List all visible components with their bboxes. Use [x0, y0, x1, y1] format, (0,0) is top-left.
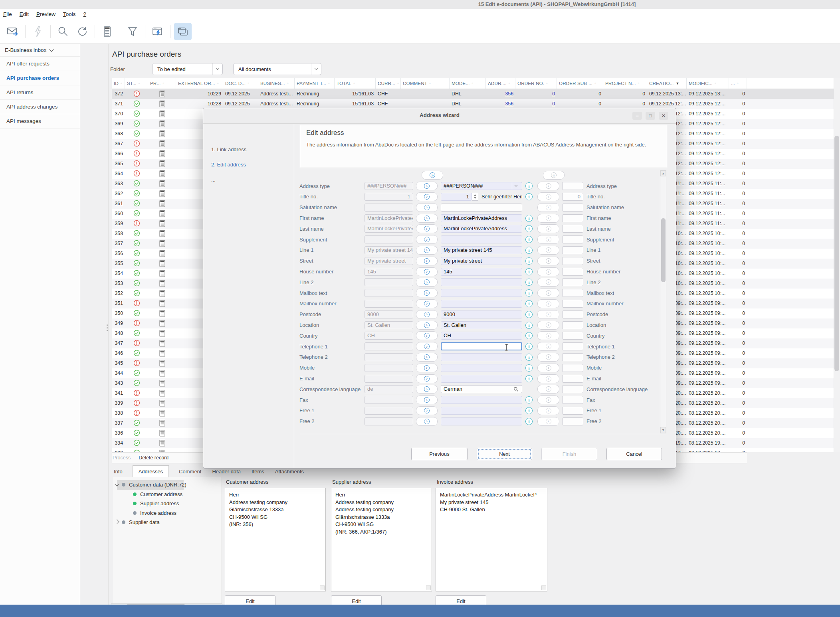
- preview-doc-icon[interactable]: [148, 219, 176, 229]
- country-abacus-input[interactable]: CH: [441, 332, 522, 340]
- preview-doc-icon[interactable]: [148, 269, 176, 279]
- first-name-abacus-input[interactable]: MartinLockePrivateAddress: [441, 214, 522, 222]
- info-icon[interactable]: i: [525, 375, 533, 382]
- info-icon[interactable]: i: [525, 300, 533, 307]
- column-header-mode[interactable]: MODE...▵: [450, 78, 486, 89]
- free-2-abacus-input[interactable]: [441, 417, 522, 425]
- line-1-abacus-input[interactable]: My private street 145: [441, 246, 522, 254]
- column-header-total[interactable]: TOTAL▵: [335, 78, 376, 89]
- house-number-abacus-input[interactable]: 145: [441, 268, 522, 276]
- column-header-project[interactable]: PROJECT N...▵: [603, 78, 647, 89]
- preview-doc-icon[interactable]: [148, 448, 176, 452]
- transfer-left-button[interactable]: ‹: [537, 257, 559, 265]
- preview-doc-icon[interactable]: [148, 99, 176, 109]
- transfer-right-button[interactable]: ›: [416, 364, 438, 372]
- line-1-target-input[interactable]: [562, 246, 583, 254]
- preview-doc-icon[interactable]: [148, 279, 176, 289]
- info-icon[interactable]: i: [525, 247, 533, 254]
- form-scrollbar[interactable]: ▲ ▼: [660, 170, 666, 433]
- documents-select[interactable]: All documents: [233, 63, 321, 75]
- tab-info[interactable]: Info: [113, 466, 123, 477]
- column-header-pay[interactable]: PAYMENT T...▵: [295, 78, 335, 89]
- column-header-bus[interactable]: BUSINES...▵: [258, 78, 295, 89]
- country-target-input[interactable]: [562, 332, 583, 340]
- panel-scroll-corner[interactable]: [320, 585, 325, 590]
- toolbar-mail-send-icon[interactable]: [4, 23, 22, 40]
- minimize-button[interactable]: –: [632, 112, 642, 120]
- menu-item-tools[interactable]: Tools: [63, 11, 76, 17]
- transfer-right-button[interactable]: ›: [416, 321, 438, 330]
- column-header-ext[interactable]: EXTERNAL OR...▵: [176, 78, 223, 89]
- address-type-target-input[interactable]: [562, 182, 583, 190]
- preview-doc-icon[interactable]: [148, 139, 176, 149]
- tree-node-invoice-address[interactable]: Invoice address: [113, 508, 222, 518]
- next-button[interactable]: Next: [477, 448, 532, 460]
- toolbar-windows-icon[interactable]: [174, 23, 192, 40]
- info-icon[interactable]: i: [525, 215, 533, 222]
- preview-doc-icon[interactable]: [148, 229, 176, 239]
- wizard-step-2[interactable]: 2. Edit address: [211, 162, 246, 168]
- preview-doc-icon[interactable]: [148, 89, 176, 99]
- correspondence-language-abacus-input[interactable]: German: [441, 385, 522, 393]
- transfer-all-right-button[interactable]: »: [422, 171, 443, 180]
- transfer-right-button[interactable]: ›: [416, 224, 438, 233]
- sidebar-item-api-messages[interactable]: API messages: [0, 114, 80, 129]
- fax-abacus-input[interactable]: [441, 396, 522, 404]
- preview-doc-icon[interactable]: [148, 408, 176, 418]
- preview-doc-icon[interactable]: [148, 189, 176, 199]
- line-2-target-input[interactable]: [562, 278, 583, 286]
- street-abacus-input[interactable]: My private street: [441, 257, 522, 265]
- transfer-right-button[interactable]: ›: [416, 406, 438, 415]
- info-icon[interactable]: i: [525, 343, 533, 350]
- column-header-curr[interactable]: CURR...▵: [376, 78, 401, 89]
- mobile-abacus-input[interactable]: [441, 364, 522, 372]
- splitter-handle[interactable]: [106, 319, 108, 336]
- postcode-abacus-input[interactable]: 9000: [441, 310, 522, 318]
- preview-doc-icon[interactable]: [148, 299, 176, 308]
- address-type-abacus-input[interactable]: ###PERSON###: [441, 182, 522, 190]
- tab-addresses[interactable]: Addresses: [133, 465, 169, 477]
- free-1-target-input[interactable]: [562, 407, 583, 415]
- wizard-step-1[interactable]: 1. Link address: [211, 146, 246, 152]
- toolbar-lightning-icon[interactable]: [29, 23, 47, 40]
- preview-doc-icon[interactable]: [148, 169, 176, 179]
- column-header-pr[interactable]: PR...▵: [148, 78, 176, 89]
- close-button[interactable]: ✕: [659, 112, 668, 120]
- transfer-right-button[interactable]: ›: [416, 331, 438, 340]
- tree-node-supplier-data[interactable]: Supplier data: [113, 518, 222, 527]
- preview-doc-icon[interactable]: [148, 209, 176, 219]
- first-name-target-input[interactable]: [562, 214, 583, 222]
- info-icon[interactable]: i: [525, 225, 533, 232]
- transfer-left-button[interactable]: ‹: [537, 278, 559, 287]
- cell-orderno[interactable]: 0: [515, 89, 557, 99]
- finish-button[interactable]: Finish: [541, 448, 597, 460]
- column-header-doc[interactable]: DOC. D...▵: [223, 78, 258, 89]
- transfer-left-button[interactable]: ‹: [537, 396, 559, 404]
- column-header-addr[interactable]: ADDR....▵: [486, 78, 515, 89]
- mailbox-text-target-input[interactable]: [562, 289, 583, 297]
- preview-doc-icon[interactable]: [148, 418, 176, 428]
- column-header-orderno[interactable]: ORDER NO.▵: [515, 78, 557, 89]
- transfer-left-button[interactable]: ‹: [537, 417, 559, 426]
- tree-node-customer-address[interactable]: Customer address: [113, 490, 222, 499]
- table-scrollbar-thumb[interactable]: [834, 136, 839, 371]
- preview-doc-icon[interactable]: [148, 318, 176, 328]
- info-icon[interactable]: i: [525, 236, 533, 243]
- sidebar-item-api-address-changes[interactable]: API address changes: [0, 100, 80, 114]
- location-abacus-input[interactable]: St. Gallen: [441, 321, 522, 329]
- chevron-down-icon[interactable]: [512, 182, 519, 190]
- sidebar-item-api-returns[interactable]: API returns: [0, 85, 80, 100]
- preview-doc-icon[interactable]: [148, 109, 176, 119]
- transfer-left-button[interactable]: ‹: [537, 310, 559, 319]
- column-header-comment[interactable]: COMMENT▵: [401, 78, 450, 89]
- sidebar-item-api-purchase-orders[interactable]: API purchase orders: [0, 71, 80, 85]
- column-header-creation[interactable]: CREATIO...▼: [647, 78, 687, 89]
- preview-doc-icon[interactable]: [148, 119, 176, 129]
- transfer-right-button[interactable]: ›: [416, 310, 438, 319]
- process-button[interactable]: Process: [113, 455, 131, 461]
- preview-doc-icon[interactable]: [148, 428, 176, 438]
- column-header-modification[interactable]: MODIFIC...▵: [687, 78, 729, 89]
- transfer-left-button[interactable]: ‹: [537, 267, 559, 276]
- mailbox-text-abacus-input[interactable]: [441, 289, 522, 297]
- preview-doc-icon[interactable]: [148, 249, 176, 259]
